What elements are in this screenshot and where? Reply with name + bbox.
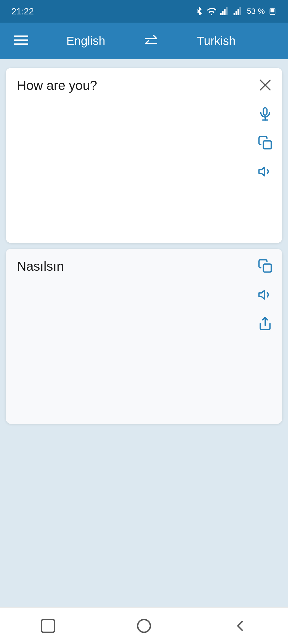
app-header: English Turkish	[0, 23, 288, 59]
result-card: Nasılsın	[6, 249, 282, 424]
svg-point-28	[138, 619, 150, 632]
signal-icon	[220, 7, 230, 15]
svg-rect-24	[263, 264, 271, 272]
speak-result-button[interactable]	[255, 285, 275, 305]
source-language-button[interactable]: English	[28, 34, 143, 48]
svg-rect-5	[235, 11, 237, 15]
swap-languages-button[interactable]	[143, 33, 159, 49]
status-time: 21:22	[11, 6, 34, 17]
svg-rect-6	[237, 9, 239, 15]
main-content: How are you?	[0, 59, 288, 607]
svg-marker-25	[259, 290, 265, 299]
svg-rect-3	[226, 7, 228, 15]
source-card: How are you?	[6, 68, 282, 243]
result-card-actions	[255, 256, 275, 334]
svg-rect-1	[222, 11, 224, 15]
nav-square-button[interactable]	[37, 615, 59, 637]
signal2-icon	[233, 7, 243, 15]
svg-rect-2	[224, 9, 226, 15]
bottom-navigation	[0, 607, 288, 644]
nav-home-button[interactable]	[133, 615, 155, 637]
target-language-button[interactable]: Turkish	[159, 34, 274, 48]
menu-icon[interactable]	[14, 34, 28, 48]
bluetooth-icon	[195, 7, 203, 15]
svg-rect-7	[239, 7, 241, 15]
share-result-button[interactable]	[255, 313, 275, 334]
copy-source-button[interactable]	[255, 133, 275, 153]
wifi-icon	[207, 7, 216, 15]
svg-rect-0	[220, 13, 222, 15]
svg-rect-22	[263, 141, 271, 149]
battery-icon	[268, 7, 277, 15]
copy-result-button[interactable]	[255, 256, 275, 276]
svg-rect-27	[42, 619, 54, 632]
svg-rect-19	[263, 108, 267, 115]
status-icons: 53 %	[195, 7, 277, 16]
clear-button[interactable]	[255, 75, 275, 95]
result-text: Nasılsın	[17, 257, 235, 275]
microphone-button[interactable]	[255, 104, 275, 124]
source-card-actions	[255, 75, 275, 182]
status-bar: 21:22	[0, 0, 288, 23]
svg-rect-11	[270, 9, 274, 12]
svg-marker-23	[259, 167, 265, 176]
battery-percentage: 53 %	[247, 7, 265, 16]
nav-back-button[interactable]	[229, 615, 251, 637]
speak-source-button[interactable]	[255, 161, 275, 182]
svg-rect-4	[234, 13, 235, 15]
source-text[interactable]: How are you?	[17, 76, 235, 94]
